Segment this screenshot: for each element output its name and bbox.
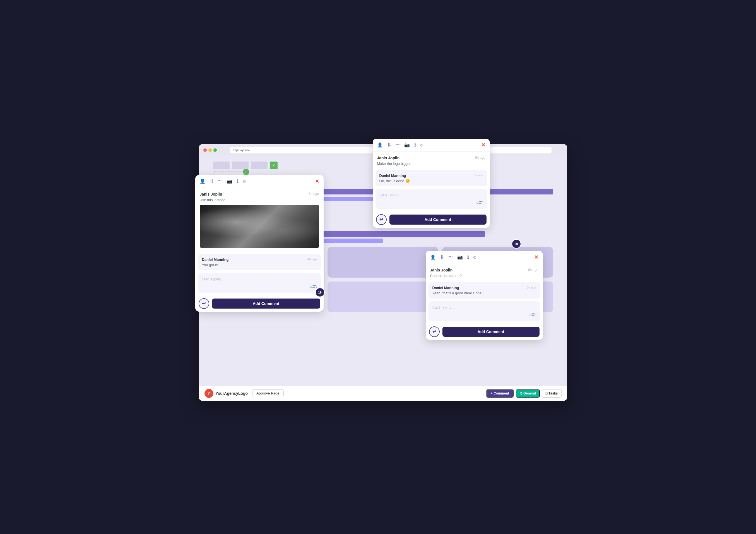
comment-janis-br: Janis Joplin 6h ago Can this be darker? bbox=[426, 264, 543, 282]
dot-red[interactable] bbox=[203, 148, 207, 152]
add-comment-btn-tr[interactable]: Add Comment bbox=[390, 215, 487, 225]
time-janis-tr: 6h ago bbox=[475, 156, 485, 160]
time-janis-br: 6h ago bbox=[528, 268, 538, 272]
toolbar-btn-3[interactable] bbox=[251, 162, 267, 169]
attach-icon-tr[interactable]: 📎 bbox=[476, 199, 484, 207]
info-icon-br[interactable]: ℹ bbox=[467, 254, 469, 260]
selection-check: ✓ bbox=[243, 169, 249, 175]
author-daniel-br: Daniel Manning bbox=[432, 286, 459, 290]
author-janis-tr: Janis Joplin bbox=[377, 156, 400, 160]
browser-dots bbox=[203, 148, 217, 152]
text-daniel-left: You got it! bbox=[202, 263, 317, 267]
close-icon-br[interactable]: ✕ bbox=[534, 254, 538, 260]
comment-button-label: + Comment bbox=[491, 391, 509, 395]
close-icon-tr[interactable]: ✕ bbox=[481, 142, 485, 148]
scene: https://yourw... ✓ ✓ bbox=[189, 134, 567, 401]
text-janis-br: Can this be darker? bbox=[430, 273, 538, 279]
notif-badge-left: 19 bbox=[315, 288, 325, 297]
text-janis-left: Use this instead bbox=[200, 198, 319, 202]
logo-circle: Y bbox=[204, 389, 213, 398]
typing-area-tr[interactable]: Start Typing... 📎 bbox=[375, 189, 487, 209]
url-text: https://yourw... bbox=[233, 148, 253, 152]
time-daniel-br: 6h ago bbox=[527, 286, 536, 290]
camera-icon-br[interactable]: 📷 bbox=[457, 254, 463, 260]
time-daniel-left: 6h ago bbox=[308, 257, 317, 262]
reply-daniel-left: Daniel Manning 6h ago You got it! bbox=[198, 254, 321, 270]
notif-count-left: 19 bbox=[318, 291, 321, 294]
concert-photo bbox=[200, 205, 319, 248]
reply-daniel-br: Daniel Manning 6h ago Yeah, that's a goo… bbox=[428, 282, 540, 299]
bottom-right-buttons: + Comment ⊙ General □ Tasks bbox=[486, 389, 561, 398]
activity-icon-br[interactable]: 〜 bbox=[448, 254, 453, 260]
share-icon-tr[interactable]: ⎋ bbox=[420, 143, 423, 147]
notif-badge-top: 20 bbox=[512, 239, 521, 249]
typing-area-left[interactable]: Start Typing... 📎 bbox=[198, 273, 321, 293]
author-daniel-left: Daniel Manning bbox=[202, 257, 229, 262]
attach-icon-br[interactable]: 📎 bbox=[529, 310, 537, 319]
activity-icon-left[interactable]: 〜 bbox=[218, 178, 222, 184]
panel-toolbar-left: 👤 ⇅ 〜 📷 ℹ ⎋ ✕ bbox=[195, 175, 324, 188]
panel-footer-left: ↩ Add Comment bbox=[195, 295, 324, 312]
toolbar-btn-2[interactable] bbox=[232, 162, 249, 169]
time-janis-left: 6h ago bbox=[309, 192, 319, 197]
comment-panel-bottom-right: 👤 ⇅ 〜 📷 ℹ ⎋ ✕ Janis Joplin 6h ago Can th… bbox=[426, 251, 543, 340]
camera-icon-tr[interactable]: 📷 bbox=[404, 142, 410, 147]
avatar-tr[interactable]: ↩ bbox=[376, 214, 387, 225]
info-icon-tr[interactable]: ℹ bbox=[414, 142, 416, 147]
toolbar-btn-1[interactable] bbox=[213, 162, 230, 169]
person-icon-left[interactable]: 👤 bbox=[200, 178, 205, 184]
add-comment-btn-br[interactable]: Add Comment bbox=[443, 327, 540, 337]
reply-daniel-tr: Daniel Manning 6h ago Ok, this is done 🙂 bbox=[375, 170, 487, 186]
comment-janis-left: Janis Joplin 6h ago Use this instead bbox=[195, 188, 324, 254]
author-daniel-tr: Daniel Manning bbox=[379, 174, 406, 178]
text-daniel-tr: Ok, this is done 🙂 bbox=[379, 179, 483, 183]
card-2 bbox=[328, 247, 438, 278]
typing-placeholder-br: Start Typing... bbox=[432, 305, 455, 309]
toolbar-check[interactable]: ✓ bbox=[270, 162, 278, 169]
person-icon-tr[interactable]: 👤 bbox=[377, 142, 383, 147]
comment-panel-top-right: 👤 ⇅ 〜 📷 ℹ ⎋ ✕ Janis Joplin 6h ago Make t… bbox=[373, 139, 490, 228]
comment-button[interactable]: + Comment bbox=[486, 389, 514, 398]
dot-yellow[interactable] bbox=[208, 148, 212, 152]
camera-icon-left[interactable]: 📷 bbox=[227, 178, 232, 184]
panel-toolbar-top-right: 👤 ⇅ 〜 📷 ℹ ⎋ ✕ bbox=[373, 139, 490, 152]
time-daniel-tr: 6h ago bbox=[474, 174, 483, 178]
avatar-br[interactable]: ↩ bbox=[429, 327, 440, 337]
text-janis-tr: Make the logo bigger bbox=[377, 161, 485, 166]
panel-footer-br: ↩ Add Comment bbox=[426, 324, 543, 340]
bottom-bar: Y YourAgencyLogo Approve Page + Comment … bbox=[199, 386, 567, 401]
comment-janis-tr: Janis Joplin 6h ago Make the logo bigger bbox=[373, 152, 490, 170]
panel-toolbar-br: 👤 ⇅ 〜 📷 ℹ ⎋ ✕ bbox=[426, 251, 543, 264]
text-daniel-br: Yeah, that's a good idea! Done. bbox=[432, 291, 536, 295]
arrows-icon-tr[interactable]: ⇅ bbox=[387, 142, 391, 147]
author-janis-br: Janis Joplin bbox=[430, 268, 453, 272]
agency-logo: Y YourAgencyLogo bbox=[204, 389, 248, 398]
card-5 bbox=[328, 281, 438, 312]
general-button[interactable]: ⊙ General bbox=[516, 389, 540, 398]
avatar-left[interactable]: ↩ bbox=[199, 298, 209, 309]
logo-text: YourAgencyLogo bbox=[216, 391, 248, 396]
comment-panel-left: 👤 ⇅ 〜 📷 ℹ ⎋ ✕ Janis Joplin 6h ago Use th… bbox=[195, 175, 324, 312]
share-icon-left[interactable]: ⎋ bbox=[243, 179, 246, 184]
person-icon-br[interactable]: 👤 bbox=[430, 254, 436, 260]
dot-green[interactable] bbox=[213, 148, 217, 152]
typing-placeholder-left: Start Typing... bbox=[202, 277, 224, 281]
concert-image bbox=[200, 205, 319, 248]
activity-icon-tr[interactable]: 〜 bbox=[395, 142, 400, 148]
approve-page-button[interactable]: Approve Page bbox=[252, 389, 284, 397]
info-icon-left[interactable]: ℹ bbox=[237, 178, 238, 184]
arrows-icon-br[interactable]: ⇅ bbox=[440, 254, 444, 260]
author-janis-left: Janis Joplin bbox=[200, 192, 222, 197]
add-comment-btn-left[interactable]: Add Comment bbox=[212, 299, 320, 308]
typing-area-br[interactable]: Start Typing... 📎 bbox=[428, 301, 540, 321]
typing-placeholder-tr: Start Typing... bbox=[379, 193, 402, 197]
panel-footer-tr: ↩ Add Comment bbox=[373, 211, 490, 228]
notif-count-top: 20 bbox=[514, 242, 518, 246]
tasks-button[interactable]: □ Tasks bbox=[542, 389, 561, 398]
arrows-icon-left[interactable]: ⇅ bbox=[210, 178, 213, 184]
close-icon-left[interactable]: ✕ bbox=[315, 178, 319, 184]
share-icon-br[interactable]: ⎋ bbox=[473, 255, 476, 260]
